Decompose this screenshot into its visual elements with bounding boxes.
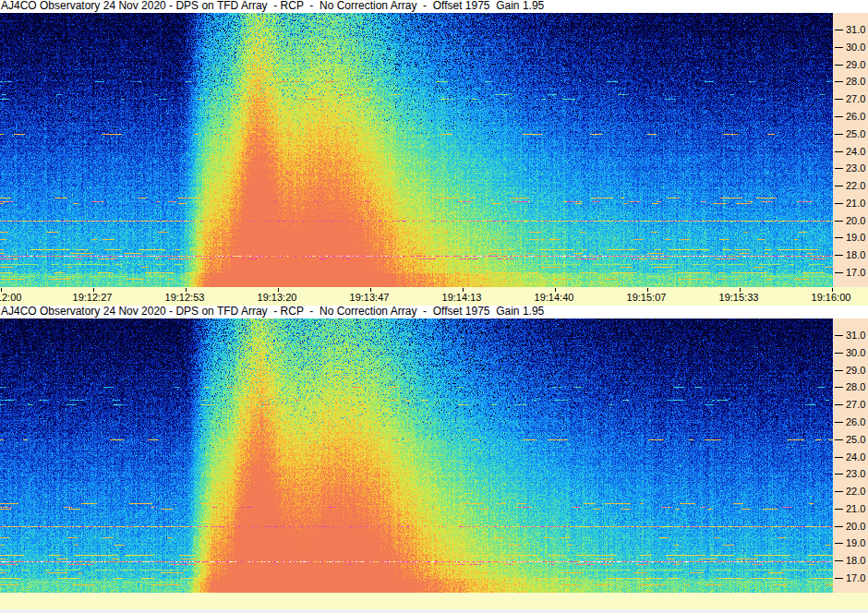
freq-tick-label: 25.0 [846,435,865,445]
freq-tick [835,526,843,527]
spectrogram-panel-2: AJ4CO Observatory 24 Nov 2020 - DPS on T… [0,306,868,609]
time-tick-label: 19:13:47 [347,293,392,303]
freq-tick-label: 25.0 [846,129,865,139]
freq-tick [835,543,843,544]
freq-tick-label: 20.0 [846,522,865,532]
spectrogram-canvas-2[interactable] [0,319,833,593]
freq-tick-label: 22.0 [846,487,865,497]
freq-tick-label: 26.0 [846,417,865,427]
freq-tick [835,47,843,48]
freq-tick [835,335,843,336]
freq-tick [835,255,843,256]
window-footer-strip [0,609,868,613]
time-tick-label: 19:12:27 [70,293,115,303]
frequency-axis-1: 31.030.029.028.027.026.025.024.023.022.0… [833,13,868,287]
time-tick-label: 19:12:53 [163,293,207,303]
freq-tick [835,116,843,117]
panel-1-title: AJ4CO Observatory 24 Nov 2020 - DPS on T… [0,0,868,13]
time-axis-2 [0,593,868,609]
freq-tick-label: 18.0 [846,556,865,566]
freq-tick-label: 29.0 [846,366,865,376]
freq-tick [835,560,843,561]
freq-tick-label: 27.0 [846,94,865,104]
freq-tick-label: 27.0 [846,400,865,410]
freq-tick-label: 23.0 [846,469,865,479]
freq-tick-label: 19.0 [846,233,865,243]
freq-tick [835,457,843,458]
freq-tick [835,353,843,354]
panel-2-title: AJ4CO Observatory 24 Nov 2020 - DPS on T… [0,306,868,319]
time-tick-label: 19:14:13 [440,293,484,303]
freq-tick [835,474,843,475]
panel-1-plot-area: 31.030.029.028.027.026.025.024.023.022.0… [0,13,868,287]
freq-tick-label: 30.0 [846,42,865,53]
freq-tick-label: 18.0 [846,250,865,260]
freq-tick-label: 28.0 [846,77,865,87]
time-tick-label: 19:13:20 [255,293,299,303]
freq-tick-label: 19.0 [846,538,865,548]
freq-tick [835,151,843,152]
freq-tick-label: 22.0 [846,181,865,191]
freq-tick [835,168,843,169]
freq-tick-label: 23.0 [846,163,865,174]
freq-tick-label: 17.0 [846,573,865,583]
spectrograph-window: AJ4CO Observatory 24 Nov 2020 - DPS on T… [0,0,868,613]
freq-tick [835,272,843,273]
freq-tick [835,81,843,82]
freq-tick [835,491,843,492]
time-tick-label: 19:15:07 [624,293,669,303]
freq-tick [835,370,843,371]
freq-tick [835,422,843,423]
freq-tick-label: 21.0 [846,198,865,209]
freq-tick-label: 24.0 [846,147,865,157]
time-tick-label: 19:16:00 [809,293,853,303]
time-tick-label: 19:12:00 [0,293,24,303]
freq-tick-label: 26.0 [846,112,865,122]
freq-tick [835,509,843,510]
freq-tick [835,203,843,204]
time-axis-1: 19:12:0019:12:2719:12:5319:13:2019:13:47… [0,287,868,306]
freq-tick [835,99,843,100]
freq-tick [835,65,843,66]
freq-tick-label: 29.0 [846,60,865,70]
freq-tick-label: 24.0 [846,452,865,463]
freq-tick-label: 28.0 [846,382,865,392]
freq-tick [835,439,843,440]
freq-tick-label: 30.0 [846,348,865,358]
time-tick-label: 19:15:33 [717,293,761,303]
freq-tick [835,134,843,135]
freq-tick [835,186,843,186]
freq-tick [835,404,843,405]
freq-tick [835,578,843,579]
frequency-axis-2: 31.030.029.028.027.026.025.024.023.022.0… [833,319,868,593]
freq-tick [835,237,843,238]
freq-tick-label: 21.0 [846,504,865,514]
freq-tick [835,221,843,222]
freq-tick-label: 31.0 [846,331,865,341]
freq-tick-label: 17.0 [846,268,865,278]
freq-tick-label: 31.0 [846,25,865,35]
time-tick-label: 19:14:40 [532,293,576,303]
panel-2-plot-area: 31.030.029.028.027.026.025.024.023.022.0… [0,319,868,593]
freq-tick [835,387,843,388]
spectrogram-panel-1: AJ4CO Observatory 24 Nov 2020 - DPS on T… [0,0,868,306]
freq-tick-label: 20.0 [846,216,865,226]
freq-tick [835,30,843,30]
spectrogram-canvas-1[interactable] [0,13,833,287]
